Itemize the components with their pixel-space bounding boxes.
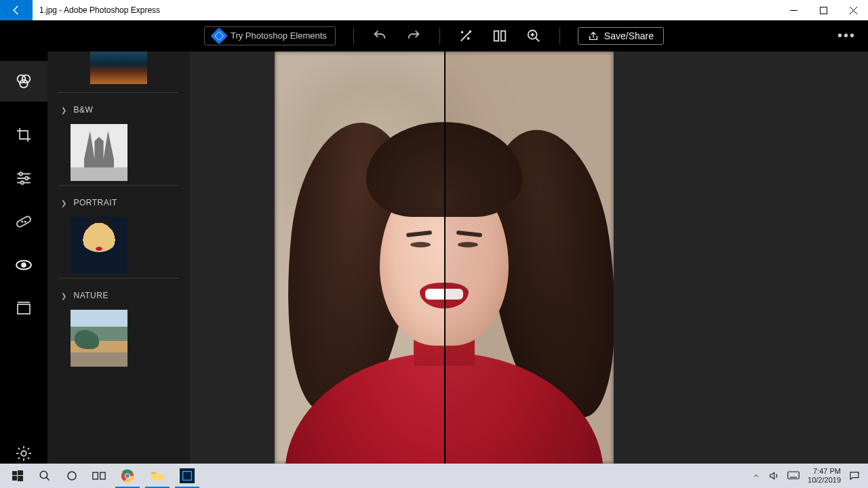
tray-overflow-button[interactable] — [752, 472, 760, 480]
more-icon: ••• — [837, 28, 856, 43]
border-icon — [16, 300, 32, 317]
close-button[interactable] — [838, 0, 868, 20]
tool-spot-heal[interactable] — [14, 211, 34, 232]
magic-wand-icon — [458, 28, 473, 43]
category-header-nature[interactable]: ❯ NATURE — [58, 291, 179, 300]
try-photoshop-elements-button[interactable]: Try Photoshop Elements — [204, 26, 336, 45]
taskbar-app-chrome[interactable] — [113, 464, 142, 488]
svg-point-23 — [22, 221, 22, 222]
close-icon — [850, 7, 857, 14]
auto-enhance-button[interactable] — [458, 28, 474, 44]
maximize-button[interactable] — [808, 0, 838, 20]
app-toolbar: Try Photoshop Elements Save/Share ••• — [0, 20, 868, 52]
back-button[interactable] — [0, 0, 33, 20]
category-nature: ❯ NATURE — [58, 278, 179, 371]
redo-button[interactable] — [406, 28, 422, 44]
tool-settings[interactable] — [14, 443, 34, 464]
action-center-icon — [849, 470, 860, 481]
category-header-portrait[interactable]: ❯ PORTRAIT — [58, 198, 179, 207]
svg-point-29 — [21, 451, 26, 456]
svg-rect-30 — [12, 471, 17, 475]
svg-point-4 — [469, 30, 471, 32]
filter-thumbnail-nature[interactable] — [71, 310, 127, 367]
looks-panel: ❯ B&W ❯ PORTRAIT ❯ NATURE — [47, 52, 190, 464]
svg-line-35 — [46, 477, 50, 481]
tool-crop[interactable] — [14, 125, 34, 145]
toolbar-separator — [559, 28, 560, 44]
search-button[interactable] — [31, 464, 58, 488]
category-label: NATURE — [74, 291, 108, 300]
svg-rect-38 — [100, 472, 106, 479]
save-share-button[interactable]: Save/Share — [578, 27, 664, 45]
svg-point-20 — [25, 177, 28, 180]
tray-volume-button[interactable] — [768, 470, 779, 481]
filter-thumbnail[interactable] — [90, 52, 147, 84]
chevron-right-icon: ❯ — [61, 292, 67, 300]
minimize-icon — [790, 7, 797, 14]
maximize-icon — [820, 7, 827, 14]
svg-point-34 — [40, 471, 47, 479]
system-tray: 7:47 PM 10/2/2019 — [752, 467, 864, 485]
svg-rect-22 — [16, 216, 31, 228]
main-content: ❯ B&W ❯ PORTRAIT ❯ NATURE — [0, 52, 868, 464]
category-label: B&W — [74, 105, 94, 115]
svg-point-19 — [20, 172, 22, 175]
undo-button[interactable] — [372, 28, 388, 44]
tray-action-center-button[interactable] — [849, 470, 860, 481]
svg-point-6 — [468, 37, 469, 39]
chevron-up-icon — [752, 472, 760, 480]
tool-strip — [0, 52, 47, 464]
gear-icon — [15, 445, 33, 462]
svg-rect-31 — [18, 470, 23, 475]
svg-point-41 — [125, 474, 130, 478]
taskbar-app-photoshop-express[interactable] — [172, 464, 202, 488]
filter-thumbnail-portrait[interactable] — [71, 217, 127, 274]
bandage-icon — [15, 213, 33, 230]
category-portrait: ❯ PORTRAIT — [58, 185, 179, 278]
tool-adjustments[interactable] — [14, 168, 34, 188]
cortana-icon — [66, 470, 78, 482]
category-header-bw[interactable]: ❯ B&W — [58, 105, 179, 115]
start-button[interactable] — [4, 464, 31, 488]
svg-rect-32 — [12, 476, 17, 481]
tool-looks[interactable] — [0, 61, 47, 102]
svg-rect-1 — [820, 7, 827, 14]
windows-taskbar: 7:47 PM 10/2/2019 — [0, 464, 868, 488]
tray-clock[interactable]: 7:47 PM 10/2/2019 — [808, 467, 841, 485]
folder-icon — [150, 468, 165, 483]
after-overlay — [444, 52, 614, 464]
svg-rect-7 — [494, 30, 498, 41]
category-label: PORTRAIT — [74, 198, 117, 207]
more-options-button[interactable]: ••• — [837, 28, 856, 43]
task-view-icon — [92, 470, 106, 481]
category-bw: ❯ B&W — [58, 92, 179, 185]
speaker-icon — [768, 470, 779, 481]
redo-icon — [406, 28, 421, 43]
try-label: Try Photoshop Elements — [231, 30, 327, 41]
tool-redeye[interactable] — [14, 255, 34, 275]
svg-point-36 — [68, 472, 76, 480]
compare-icon — [492, 28, 507, 43]
svg-rect-27 — [18, 304, 30, 314]
cortana-button[interactable] — [58, 464, 85, 488]
task-view-button[interactable] — [85, 464, 113, 488]
windows-icon — [12, 470, 23, 481]
save-share-label: Save/Share — [604, 30, 654, 41]
window-titlebar: 1.jpg - Adobe Photoshop Express — [0, 0, 868, 20]
tray-time: 7:47 PM — [808, 467, 841, 476]
zoom-button[interactable] — [526, 28, 542, 44]
image-canvas[interactable] — [275, 52, 614, 464]
filter-thumbnail-bw[interactable] — [71, 124, 127, 181]
compare-slider[interactable] — [444, 52, 446, 464]
back-arrow-icon — [10, 4, 22, 16]
compare-button[interactable] — [492, 28, 508, 44]
tool-borders[interactable] — [14, 298, 34, 319]
canvas-padding — [698, 52, 868, 464]
taskbar-app-explorer[interactable] — [142, 464, 172, 488]
minimize-button[interactable] — [778, 0, 808, 20]
tray-input-button[interactable] — [787, 471, 800, 481]
share-icon — [588, 30, 599, 41]
svg-rect-8 — [501, 30, 505, 41]
svg-point-14 — [22, 75, 31, 83]
svg-rect-33 — [18, 476, 23, 481]
